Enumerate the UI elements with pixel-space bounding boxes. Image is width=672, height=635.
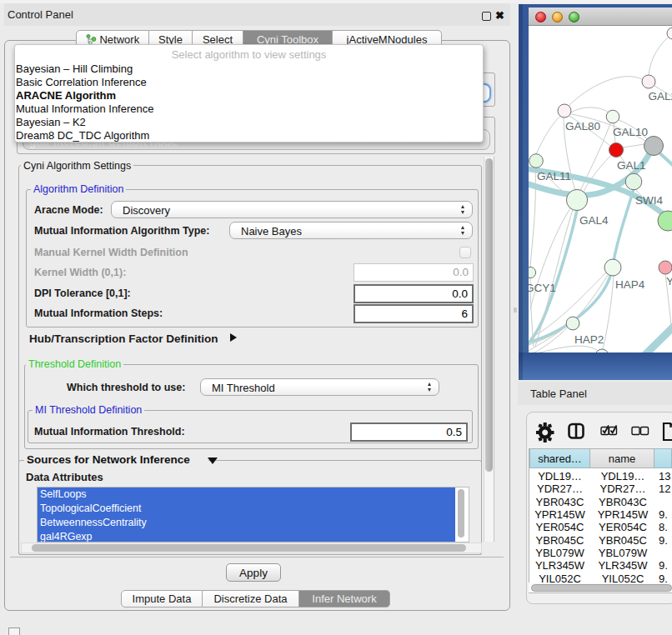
svg-text:GCY1: GCY1 <box>529 282 556 294</box>
svg-text:GAL1: GAL1 <box>617 159 646 172</box>
svg-text:GAL11: GAL11 <box>537 170 571 182</box>
svg-text:SWI4: SWI4 <box>635 194 663 207</box>
svg-text:GAL80: GAL80 <box>565 120 600 132</box>
svg-text:GAL10: GAL10 <box>613 126 648 138</box>
svg-text:GAL2: GAL2 <box>649 90 672 102</box>
svg-text:GAL4: GAL4 <box>579 214 609 227</box>
svg-text:HAP4: HAP4 <box>615 278 645 291</box>
svg-text:HAP2: HAP2 <box>574 333 604 346</box>
svg-text:Y: Y <box>666 275 672 288</box>
